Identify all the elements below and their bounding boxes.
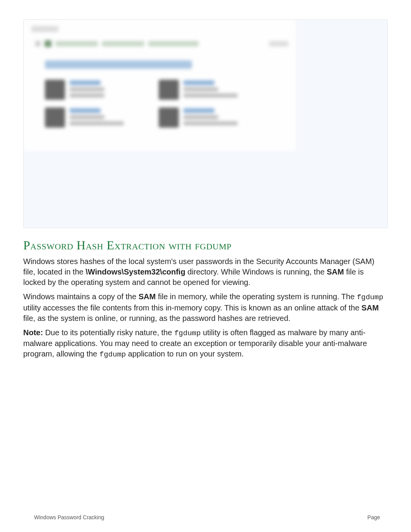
user-line-blur [183, 94, 238, 97]
user-line-blur [70, 115, 104, 119]
text-run: Windows maintains a copy of the [23, 292, 139, 301]
sam-label: SAM [361, 304, 378, 312]
page-heading-blur [45, 60, 192, 69]
user-name-blur [70, 108, 101, 113]
paragraph-3: Note: Due to its potentially risky natur… [23, 327, 388, 360]
user-name-blur [183, 80, 214, 85]
user-line-blur [183, 115, 218, 119]
avatar-icon [45, 80, 65, 100]
fgdump-code: fgdump [357, 293, 383, 302]
breadcrumb-segment [148, 41, 199, 46]
user-line-blur [183, 121, 238, 125]
text-run: file, as the system is online, or runnin… [23, 314, 290, 322]
screenshot-window [24, 20, 296, 151]
user-line-blur [70, 87, 104, 91]
fgdump-code: fgdump [174, 329, 200, 338]
user-line-blur [70, 94, 104, 97]
avatar-icon [159, 80, 179, 100]
user-tile [159, 80, 238, 100]
embedded-screenshot [23, 19, 388, 228]
text-run: Due to its potentially risky nature, the [43, 328, 174, 337]
user-line-blur [183, 87, 218, 91]
user-tile [45, 107, 124, 128]
breadcrumb-segment [102, 41, 144, 46]
back-icon [35, 41, 41, 46]
sam-label: SAM [327, 268, 344, 276]
user-accounts-icon [45, 40, 51, 47]
paragraph-1: Windows stores hashes of the local syste… [23, 256, 388, 288]
note-label: Note: [23, 328, 43, 337]
fgdump-code: fgdump [99, 350, 126, 359]
text-run: utility accesses the file contents from … [23, 304, 361, 312]
avatar-icon [159, 107, 179, 128]
user-text-block [70, 107, 124, 125]
paragraph-2: Windows maintains a copy of the SAM file… [23, 292, 388, 324]
user-name-blur [70, 80, 101, 85]
user-tile [159, 107, 238, 128]
user-grid [45, 80, 238, 128]
text-run: application to run on your system. [126, 350, 244, 358]
user-text-block [183, 107, 238, 125]
breadcrumb-segment [55, 41, 98, 46]
page-footer: Windows Password Cracking Page [34, 514, 380, 520]
document-page: Password Hash Extraction with fgdump Win… [0, 0, 411, 532]
avatar-icon [45, 107, 65, 128]
text-run: file in memory, while the operating syst… [156, 292, 357, 301]
user-text-block [183, 80, 238, 97]
search-field-blur [269, 41, 288, 46]
section-heading: Password Hash Extraction with fgdump [23, 238, 388, 252]
user-line-blur [70, 121, 124, 125]
sam-label: SAM [139, 292, 156, 301]
user-text-block [70, 80, 104, 97]
window-title-blur [31, 26, 58, 32]
user-name-blur [183, 108, 214, 113]
text-run: directory. While Windows is running, the [185, 268, 327, 276]
breadcrumb-bar [35, 40, 288, 48]
footer-left: Windows Password Cracking [34, 514, 104, 520]
footer-right: Page [367, 514, 380, 520]
user-tile [45, 80, 124, 100]
path-text: \Windows\System32\config [86, 268, 185, 276]
